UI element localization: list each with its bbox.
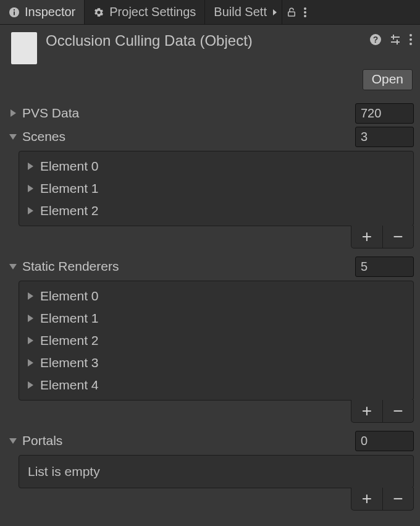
svg-point-16: [410, 43, 412, 45]
help-icon[interactable]: ?: [369, 33, 382, 46]
static-renderers-list: Element 0 Element 1 Element 2 Element 3 …: [19, 281, 414, 401]
list-item-label: Element 0: [40, 159, 99, 174]
info-icon: [9, 7, 20, 18]
list-item[interactable]: Element 1: [19, 177, 413, 200]
field-scenes: Scenes: [4, 125, 414, 148]
field-label: PVS Data: [22, 106, 355, 121]
list-item[interactable]: Element 0: [19, 285, 413, 307]
chevron-right-icon[interactable]: [25, 292, 35, 300]
tab-bar: Inspector Project Settings Build Sett: [0, 0, 420, 25]
portals-list-footer: + −: [351, 488, 414, 511]
chevron-right-icon[interactable]: [25, 337, 35, 344]
remove-button[interactable]: −: [382, 400, 413, 422]
tab-overflow-button[interactable]: [268, 0, 282, 24]
field-label: Scenes: [22, 129, 355, 144]
tab-label: Inspector: [25, 5, 75, 19]
kebab-menu-icon[interactable]: [409, 33, 413, 46]
open-button[interactable]: Open: [363, 69, 413, 90]
chevron-right-icon[interactable]: [25, 185, 35, 192]
svg-rect-2: [14, 9, 15, 11]
tab-label: Project Settings: [109, 5, 196, 19]
remove-button[interactable]: −: [382, 226, 413, 248]
field-label: Static Renderers: [22, 259, 355, 274]
svg-marker-3: [273, 9, 277, 15]
portals-count-input[interactable]: [355, 431, 414, 451]
static-renderers-list-footer: + −: [351, 400, 414, 423]
list-item-label: Element 2: [40, 203, 99, 218]
gear-icon: [93, 7, 104, 18]
tab-build-settings[interactable]: Build Sett: [205, 0, 268, 24]
tab-label: Build Sett: [214, 5, 267, 19]
svg-point-6: [304, 11, 306, 14]
remove-button[interactable]: −: [382, 488, 413, 510]
list-item[interactable]: Element 1: [19, 307, 413, 329]
chevron-down-icon[interactable]: [7, 264, 19, 269]
list-item[interactable]: Element 3: [19, 352, 413, 374]
chevron-right-icon[interactable]: [25, 381, 35, 389]
chevron-right-icon[interactable]: [25, 359, 35, 367]
inspector-body: PVS Data Scenes Element 0 Element 1 Elem…: [0, 99, 420, 523]
chevron-right-icon[interactable]: [25, 315, 35, 322]
list-item-label: Element 3: [40, 355, 99, 370]
add-button[interactable]: +: [351, 226, 382, 248]
svg-point-14: [410, 34, 412, 36]
pvs-data-input[interactable]: [355, 103, 414, 124]
svg-point-15: [410, 38, 412, 41]
chevron-right-icon[interactable]: [7, 109, 19, 117]
file-icon: [11, 32, 37, 64]
list-item[interactable]: Element 4: [19, 374, 413, 396]
svg-point-7: [304, 15, 306, 17]
scenes-list: Element 0 Element 1 Element 2: [19, 151, 414, 226]
add-button[interactable]: +: [351, 400, 382, 422]
list-item[interactable]: Element 0: [19, 155, 413, 177]
field-static-renderers: Static Renderers: [4, 255, 414, 278]
scenes-count-input[interactable]: [355, 127, 414, 147]
add-button[interactable]: +: [351, 488, 382, 510]
object-header: Occlusion Culling Data (Object) ?: [0, 25, 420, 69]
field-pvs-data: PVS Data: [4, 101, 414, 125]
svg-point-5: [304, 7, 306, 10]
field-label: Portals: [22, 433, 355, 448]
static-renderers-count-input[interactable]: [355, 257, 414, 277]
chevron-right-icon[interactable]: [25, 163, 35, 170]
object-title: Occlusion Culling Data (Object): [46, 31, 361, 64]
portals-list: List is empty: [19, 455, 414, 488]
lock-icon[interactable]: [286, 7, 297, 18]
list-item-label: Element 1: [40, 181, 99, 196]
list-item[interactable]: Element 2: [19, 329, 413, 352]
list-item[interactable]: Element 2: [19, 200, 413, 222]
field-portals: Portals: [4, 429, 414, 452]
kebab-menu-icon[interactable]: [303, 7, 307, 18]
chevron-down-icon[interactable]: [7, 438, 19, 444]
empty-list-text: List is empty: [19, 459, 413, 484]
list-item-label: Element 0: [40, 289, 99, 303]
list-item-label: Element 2: [40, 333, 99, 348]
tab-project-settings[interactable]: Project Settings: [85, 0, 205, 24]
svg-text:?: ?: [373, 35, 379, 45]
chevron-right-icon[interactable]: [25, 207, 35, 214]
tab-inspector[interactable]: Inspector: [0, 0, 85, 24]
svg-rect-1: [14, 11, 15, 15]
chevron-down-icon[interactable]: [7, 134, 19, 140]
list-item-label: Element 4: [40, 378, 99, 392]
preset-icon[interactable]: [389, 33, 401, 46]
svg-rect-4: [288, 12, 295, 16]
scenes-list-footer: + −: [351, 226, 414, 248]
list-item-label: Element 1: [40, 311, 99, 326]
